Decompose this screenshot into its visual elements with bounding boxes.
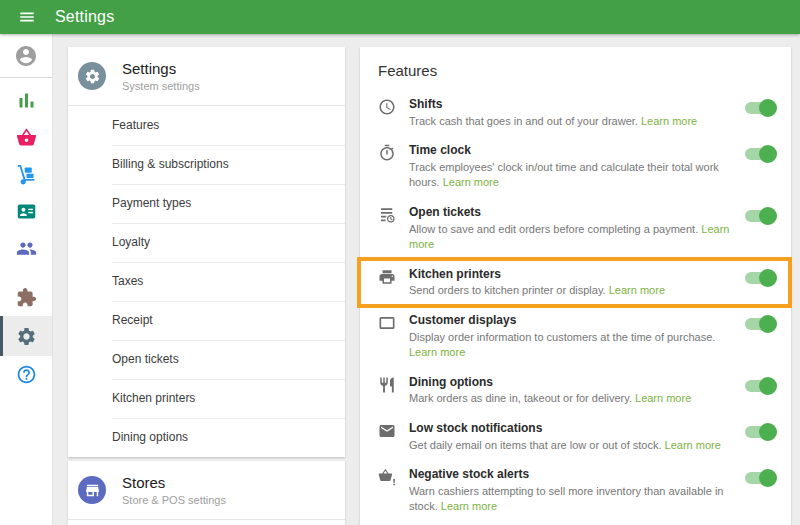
feature-description-text: Mark orders as dine in, takeout or for d… (409, 392, 632, 404)
rail-item-gear[interactable] (0, 316, 52, 356)
learn-more-link[interactable]: Learn more (609, 284, 665, 296)
rail-item-puzzle[interactable] (0, 279, 52, 316)
menu-item-label: Dining options (112, 430, 188, 444)
rail-item-badge[interactable] (0, 193, 52, 230)
feature-description-text: Track cash that goes in and out of your … (409, 115, 638, 127)
feature-toggle[interactable] (743, 144, 777, 164)
feature-description: Track employees' clock in/out time and c… (409, 160, 737, 191)
menu-card-settings: SettingsSystem settingsFeaturesBilling &… (68, 47, 345, 457)
feature-row: Dining optionsMark orders as dine in, ta… (360, 375, 791, 407)
gear-icon (16, 326, 37, 347)
gear-icon (78, 62, 106, 90)
feature-toggle[interactable] (743, 98, 777, 118)
menu-item-label: Loyalty (112, 235, 150, 249)
rail-item-hand-truck[interactable] (0, 156, 52, 193)
feature-description: Mark orders as dine in, takeout or for d… (409, 391, 737, 407)
open-tickets-icon (378, 206, 398, 224)
menu-item-taxes[interactable]: Taxes (68, 262, 345, 301)
toggle-knob (759, 145, 777, 163)
app: Settings SettingsSystem settingsFeatures… (0, 0, 800, 525)
feature-text: Low stock notificationsGet daily email o… (409, 421, 743, 453)
feature-toggle[interactable] (743, 206, 777, 226)
menu-section-header-text: SettingsSystem settings (122, 60, 200, 92)
hamburger-menu-icon[interactable] (18, 8, 36, 26)
dining-icon (378, 376, 398, 394)
feature-description-text: Get daily email on items that are low or… (409, 439, 662, 451)
content-area: SettingsSystem settingsFeaturesBilling &… (0, 34, 800, 525)
feature-title: Time clock (409, 143, 737, 159)
features-list: ShiftsTrack cash that goes in and out of… (360, 97, 791, 525)
help-icon (16, 364, 37, 385)
toggle-knob (759, 469, 777, 487)
people-icon (16, 238, 37, 259)
learn-more-link[interactable]: Learn more (443, 176, 499, 188)
menu-item-payment-types[interactable]: Payment types (68, 184, 345, 223)
feature-toggle[interactable] (743, 376, 777, 396)
rail-item-bar-chart[interactable] (0, 82, 52, 119)
feature-text: ShiftsTrack cash that goes in and out of… (409, 97, 743, 129)
feature-title: Kitchen printers (409, 267, 737, 283)
feature-description: Allow to save and edit orders before com… (409, 222, 737, 253)
menu-card-stores: StoresStore & POS settingsStores (68, 461, 345, 525)
menu-item-label: Taxes (112, 274, 143, 288)
main-area: SettingsSystem settingsFeaturesBilling &… (53, 34, 800, 525)
menu-item-stores[interactable]: Stores (68, 520, 345, 525)
rail-item-account-circle[interactable] (0, 34, 52, 77)
menu-section-header: StoresStore & POS settings (68, 461, 345, 520)
feature-text: Time clockTrack employees' clock in/out … (409, 143, 743, 191)
menu-item-billing-subscriptions[interactable]: Billing & subscriptions (68, 145, 345, 184)
bar-chart-icon (16, 90, 37, 111)
feature-text: Open ticketsAllow to save and edit order… (409, 205, 743, 253)
menu-item-label: Features (112, 118, 159, 132)
clock-icon (378, 98, 398, 116)
feature-description: Display order information to customers a… (409, 330, 737, 361)
basket-alert-icon (378, 468, 398, 486)
learn-more-link[interactable]: Learn more (441, 500, 497, 512)
feature-toggle[interactable] (743, 422, 777, 442)
menu-section-subtitle: System settings (122, 80, 200, 92)
feature-description-text: Send orders to kitchen printer or displa… (409, 284, 606, 296)
menu-section-header: SettingsSystem settings (68, 47, 345, 106)
feature-row: Kitchen printersSend orders to kitchen p… (360, 267, 791, 299)
settings-menu-column: SettingsSystem settingsFeaturesBilling &… (68, 47, 345, 525)
learn-more-link[interactable]: Learn more (665, 439, 721, 451)
rail-item-basket[interactable] (0, 119, 52, 156)
menu-section-subtitle: Store & POS settings (122, 494, 226, 506)
menu-item-kitchen-printers[interactable]: Kitchen printers (68, 379, 345, 418)
feature-text: Dining optionsMark orders as dine in, ta… (409, 375, 743, 407)
store-icon (78, 476, 106, 504)
learn-more-link[interactable]: Learn more (641, 115, 697, 127)
menu-item-label: Kitchen printers (112, 391, 195, 405)
feature-row: Open ticketsAllow to save and edit order… (360, 205, 791, 253)
feature-toggle[interactable] (743, 268, 777, 288)
feature-text: Customer displaysDisplay order informati… (409, 313, 743, 361)
left-rail (0, 34, 53, 525)
menu-item-open-tickets[interactable]: Open tickets (68, 340, 345, 379)
menu-item-features[interactable]: Features (68, 106, 345, 145)
learn-more-link[interactable]: Learn more (409, 346, 465, 358)
badge-icon (16, 201, 37, 222)
feature-description-text: Allow to save and edit orders before com… (409, 223, 698, 235)
account-circle-icon (14, 44, 38, 68)
feature-toggle[interactable] (743, 314, 777, 334)
page-title: Settings (55, 8, 114, 26)
puzzle-icon (16, 287, 37, 308)
rail-item-people[interactable] (0, 230, 52, 267)
learn-more-link[interactable]: Learn more (635, 392, 691, 404)
menu-item-receipt[interactable]: Receipt (68, 301, 345, 340)
menu-item-dining-options[interactable]: Dining options (68, 418, 345, 457)
toggle-knob (759, 423, 777, 441)
menu-section-title: Stores (122, 474, 226, 491)
printer-icon (378, 268, 398, 286)
feature-description: Track cash that goes in and out of your … (409, 114, 737, 130)
menu-item-loyalty[interactable]: Loyalty (68, 223, 345, 262)
feature-title: Open tickets (409, 205, 737, 221)
rail-item-help[interactable] (0, 356, 52, 393)
feature-description: Send orders to kitchen printer or displa… (409, 283, 737, 299)
feature-text: Kitchen printersSend orders to kitchen p… (409, 267, 743, 299)
feature-title: Negative stock alerts (409, 467, 737, 483)
hand-truck-icon (16, 164, 37, 185)
feature-row: ShiftsTrack cash that goes in and out of… (360, 97, 791, 129)
features-panel-title: Features (360, 47, 791, 97)
feature-toggle[interactable] (743, 468, 777, 488)
